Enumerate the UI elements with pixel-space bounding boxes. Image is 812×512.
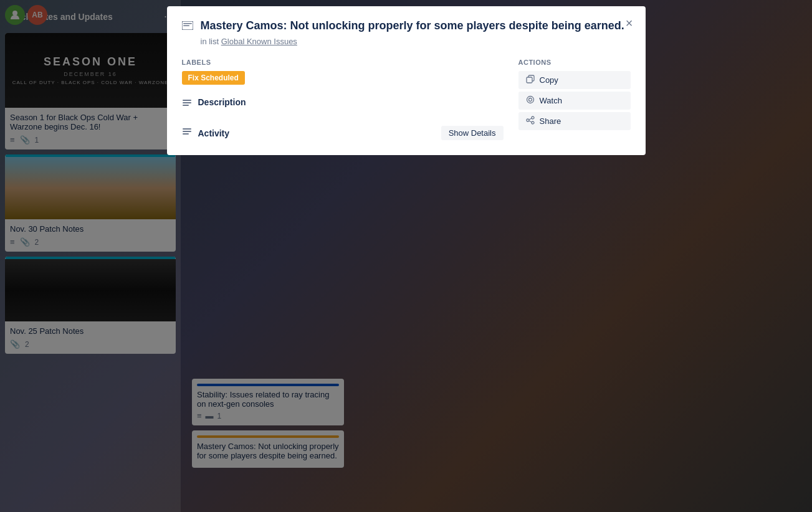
svg-rect-8 [183, 131, 191, 132]
modal-actions-sidebar: ACTIONS Copy Watch [518, 59, 631, 140]
modal-list-link[interactable]: Global Known Issues [221, 37, 297, 46]
activity-icon [182, 127, 192, 140]
modal-overlay[interactable]: × Mastery Camos: Not unlocking properly … [0, 0, 812, 512]
svg-point-11 [527, 97, 533, 103]
watch-label: Watch [540, 96, 562, 105]
description-title: Description [198, 97, 246, 107]
activity-title: Activity [198, 128, 230, 138]
svg-point-13 [532, 116, 534, 119]
share-button[interactable]: Share [518, 112, 631, 130]
actions-label: ACTIONS [518, 59, 631, 66]
description-section: Description [182, 97, 504, 111]
modal-body: LABELS Fix Scheduled Description [182, 59, 631, 140]
svg-rect-7 [183, 128, 191, 130]
labels-section-title: LABELS [182, 59, 504, 66]
description-icon [182, 98, 192, 111]
modal-header: Mastery Camos: Not unlocking properly fo… [182, 19, 631, 33]
svg-line-16 [529, 118, 532, 120]
labels-section: LABELS Fix Scheduled [182, 59, 504, 97]
svg-point-12 [528, 98, 532, 102]
share-label: Share [540, 116, 561, 126]
copy-button[interactable]: Copy [518, 71, 631, 89]
svg-rect-9 [183, 133, 189, 135]
modal-close-button[interactable]: × [621, 14, 638, 33]
activity-section: Activity Show Details [182, 126, 504, 140]
modal-list-prefix: in list [201, 37, 221, 46]
share-icon [526, 116, 535, 126]
svg-rect-10 [527, 77, 532, 83]
svg-rect-6 [183, 105, 189, 106]
modal-main: LABELS Fix Scheduled Description [182, 59, 504, 140]
svg-point-15 [527, 119, 529, 121]
copy-label: Copy [540, 75, 558, 85]
label-fix-scheduled[interactable]: Fix Scheduled [182, 71, 245, 85]
modal-card-icon [182, 20, 193, 33]
modal-title: Mastery Camos: Not unlocking properly fo… [201, 19, 631, 33]
copy-icon [526, 75, 535, 85]
svg-rect-3 [183, 26, 189, 27]
svg-rect-2 [183, 23, 192, 24]
modal: × Mastery Camos: Not unlocking properly … [167, 6, 646, 155]
svg-rect-4 [183, 100, 191, 101]
watch-icon [526, 95, 535, 106]
svg-rect-5 [183, 102, 191, 103]
svg-point-14 [532, 121, 534, 124]
show-details-button[interactable]: Show Details [441, 126, 504, 140]
watch-button[interactable]: Watch [518, 92, 631, 110]
modal-subtitle: in list Global Known Issues [201, 37, 631, 46]
svg-line-17 [529, 121, 532, 122]
activity-header: Activity Show Details [198, 126, 504, 140]
